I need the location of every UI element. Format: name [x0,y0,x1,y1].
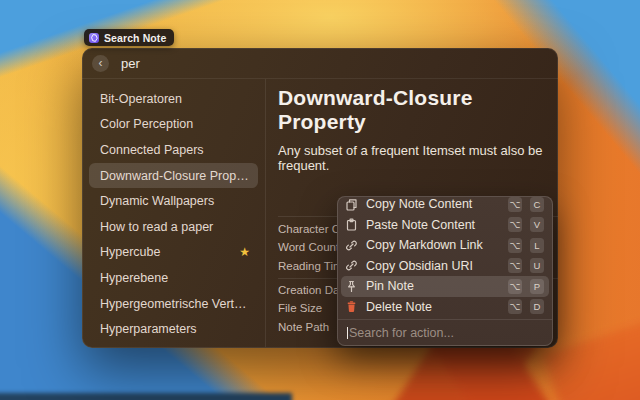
link-icon [345,259,358,272]
note-title: Downward-Closure Property [278,86,548,134]
key-option: ⌥ [508,258,522,273]
search-bar[interactable]: ‹ per [82,48,558,79]
sidebar-item-hypercube[interactable]: Hypercube ★ [89,240,258,266]
key-option: ⌥ [508,279,522,294]
menu-item-delete-note[interactable]: Delete Note ⌥ D [341,297,549,318]
key-letter: C [530,197,544,212]
star-icon: ★ [239,245,250,259]
obsidian-logo-icon [89,33,99,43]
key-letter: V [530,217,544,232]
key-option: ⌥ [508,238,522,253]
pin-icon [345,280,358,293]
key-letter: P [530,279,544,294]
key-option: ⌥ [508,197,522,212]
tooltip-label: Search Note [104,32,166,44]
menu-item-copy-note-content[interactable]: Copy Note Content ⌥ C [341,196,549,215]
sidebar-item-hyperparameters[interactable]: Hyperparameters [89,316,258,342]
menu-item-paste-note-content[interactable]: Paste Note Content ⌥ V [341,215,549,236]
sidebar-item-hypergeometrische-verteilung[interactable]: Hypergeometrische Verteilung [89,291,258,317]
search-query[interactable]: per [121,56,140,71]
sidebar-item-connected-papers[interactable]: Connected Papers [89,137,258,163]
app-tooltip: Search Note [84,29,174,46]
link-icon [345,239,358,252]
menu-item-copy-obsidian-uri[interactable]: Copy Obsidian URI ⌥ U [341,256,549,277]
key-option: ⌥ [508,217,522,232]
sidebar-item-how-to-read-a-paper[interactable]: How to read a paper [89,214,258,240]
key-letter: L [530,238,544,253]
sidebar-item-color-perception[interactable]: Color Perception [89,112,258,138]
key-letter: D [530,299,544,314]
text-caret [347,327,348,339]
back-chevron-icon: ‹ [99,57,103,69]
note-list: Bit-Operatoren Color Perception Connecte… [82,79,266,347]
action-context-menu: Copy Note Content ⌥ C Paste Note Content… [337,196,553,346]
sidebar-item-downward-closure-property[interactable]: Downward-Closure Property [89,163,258,189]
action-search-placeholder: Search for action... [349,326,454,340]
key-option: ⌥ [508,299,522,314]
wallpaper-stripe [0,393,292,400]
copy-icon [345,198,358,211]
note-summary: Any subset of a frequent Itemset must al… [278,143,548,173]
sidebar-item-dynamic-wallpapers[interactable]: Dynamic Wallpapers [89,188,258,214]
menu-item-pin-note[interactable]: Pin Note ⌥ P [341,276,549,297]
sidebar-item-hyperebene[interactable]: Hyperebene [89,265,258,291]
back-button[interactable]: ‹ [92,55,109,72]
action-search-field[interactable]: Search for action... [338,320,552,345]
menu-item-copy-markdown-link[interactable]: Copy Markdown Link ⌥ L [341,235,549,256]
trash-icon [345,300,358,313]
paste-icon [345,218,358,231]
key-letter: U [530,258,544,273]
sidebar-item-bit-operatoren[interactable]: Bit-Operatoren [89,86,258,112]
